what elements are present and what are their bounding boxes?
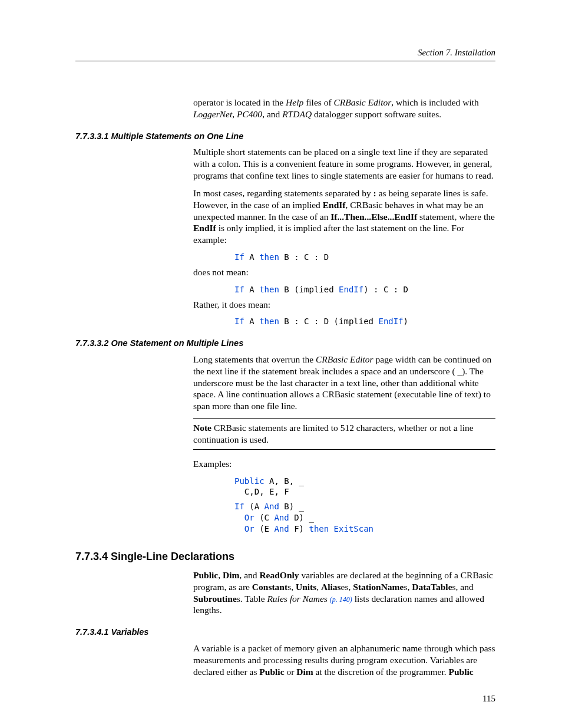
text: is only implied, it is implied after the… [193, 223, 464, 245]
text-bold: Dim [223, 570, 239, 580]
page-number: 115 [482, 693, 495, 704]
text-bold: Alias [321, 582, 341, 592]
code-block: If (A And B) _ Or (C And D) _ Or (E And … [234, 501, 495, 535]
code-block: If A then B (implied EndIf) : C : D [234, 284, 495, 295]
text-italic: CRBasic Editor [316, 354, 373, 364]
text: , and [239, 570, 259, 580]
text-bold: ReadOnly [259, 570, 299, 580]
text-bold: DataTable [412, 582, 452, 592]
text-italic: Help [286, 97, 303, 107]
heading-single-line-declarations: 7.7.3.4 Single-Line Declarations [75, 550, 495, 564]
text: , [316, 582, 321, 592]
code-block: Public A, B, _ C,D, E, F [234, 476, 495, 498]
cross-reference-link[interactable]: (p. 140) [330, 595, 352, 604]
text: , [218, 570, 223, 580]
code-block: If A then B : C : D [234, 252, 495, 263]
text: operator is located in the [193, 97, 286, 107]
text-bold: Public [448, 667, 473, 677]
text: datalogger support software suites. [312, 109, 441, 119]
text: statement, where the [417, 212, 495, 222]
note-label: Note [193, 423, 211, 433]
text-bold: EndIf [193, 223, 216, 233]
paragraph: Rather, it does mean: [193, 299, 495, 311]
text: s, [287, 582, 296, 592]
text-italic: RTDAQ [282, 109, 312, 119]
section-body: A variable is a packet of memory given a… [193, 643, 495, 677]
text: Long statements that overrun the [193, 354, 316, 364]
header-rule [75, 61, 495, 61]
paragraph: Public, Dim, and ReadOnly variables are … [193, 569, 495, 616]
text: or [285, 667, 297, 677]
text: In most cases, regarding statements sepa… [193, 188, 373, 198]
text-italic: Rules for Names [267, 594, 329, 604]
text-bold: Public [193, 570, 218, 580]
text: files of [303, 97, 333, 107]
text: s, and [452, 582, 474, 592]
text: s, [404, 582, 412, 592]
note-body: CRBasic statements are limited to 512 ch… [193, 423, 474, 444]
text: , and [262, 109, 282, 119]
code-block: If A then B : C : D (implied EndIf) [234, 316, 495, 327]
paragraph: Long statements that overrun the CRBasic… [193, 354, 495, 412]
paragraph: Examples: [193, 458, 495, 470]
section-body: Public, Dim, and ReadOnly variables are … [193, 569, 495, 616]
paragraph: In most cases, regarding statements sepa… [193, 187, 495, 246]
text: at the discretion of the programmer. [313, 667, 449, 677]
text-bold: EndIf [323, 200, 346, 210]
paragraph: Multiple short statements can be placed … [193, 146, 495, 181]
heading-one-statement: 7.7.3.3.2 One Statement on Multiple Line… [75, 338, 495, 349]
section-body: Long statements that overrun the CRBasic… [193, 354, 495, 535]
running-header: Section 7. Installation [75, 47, 495, 58]
text-bold: Public [259, 667, 284, 677]
text-bold: Constant [252, 582, 287, 592]
text-italic: PC400 [237, 109, 262, 119]
text-bold: Subroutine [193, 594, 237, 604]
text: s. Table [237, 594, 267, 604]
page: Section 7. Installation operator is loca… [0, 0, 562, 728]
text: , which is included with [391, 97, 479, 107]
text-bold: If...Then...Else...EndIf [330, 212, 417, 222]
text: , [232, 109, 237, 119]
paragraph: A variable is a packet of memory given a… [193, 643, 495, 677]
text-italic: LoggerNet [193, 109, 232, 119]
text: es, [341, 582, 353, 592]
intro-paragraph: operator is located in the Help files of… [193, 97, 495, 120]
text-bold: StationName [353, 582, 404, 592]
heading-multiple-statements: 7.7.3.3.1 Multiple Statements on One Lin… [75, 131, 495, 142]
text-bold: Units [296, 582, 316, 592]
section-body: Multiple short statements can be placed … [193, 146, 495, 327]
paragraph: does not mean: [193, 266, 495, 278]
text-bold: Dim [296, 667, 313, 677]
note-box: Note CRBasic statements are limited to 5… [193, 418, 495, 450]
text-italic: CRBasic Editor [333, 97, 391, 107]
heading-variables: 7.7.3.4.1 Variables [75, 627, 495, 638]
